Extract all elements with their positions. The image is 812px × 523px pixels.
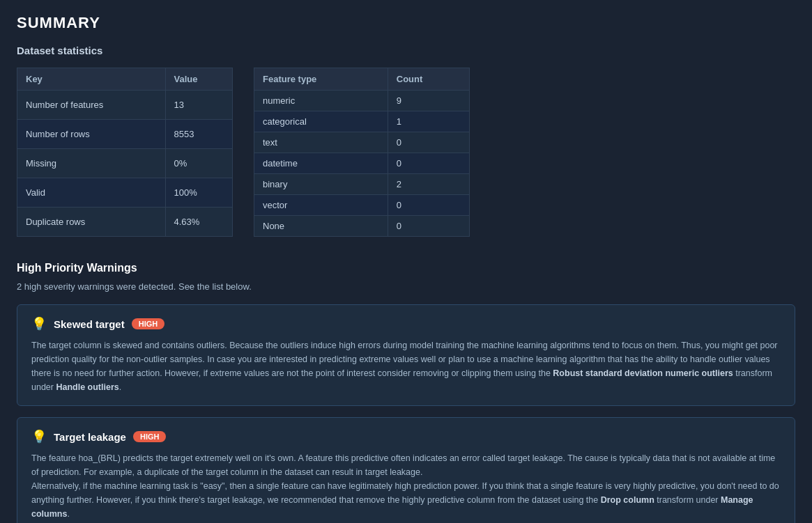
table-cell-feature-type: text xyxy=(254,132,388,153)
table-cell-key: Number of features xyxy=(17,91,166,120)
warnings-section: High Priority Warnings 2 high severity w… xyxy=(17,262,795,523)
table-row: categorical1 xyxy=(254,111,470,132)
warnings-title: High Priority Warnings xyxy=(17,262,795,274)
warning-body-skewed: The target column is skewed and contains… xyxy=(31,338,781,394)
table-row: Number of features13 xyxy=(17,91,233,120)
table-cell-key: Valid xyxy=(17,178,166,208)
feature-type-table: Feature type Count numeric9categorical1t… xyxy=(254,68,470,237)
table-cell-feature-type: vector xyxy=(254,195,388,216)
table-cell-feature-type: datetime xyxy=(254,153,388,174)
lightbulb-icon: 💡 xyxy=(31,316,47,331)
warning-text-skewed-3: . xyxy=(119,382,121,392)
warning-bold-skewed-2: Handle outliers xyxy=(56,382,118,392)
table-row: Number of rows8553 xyxy=(17,120,233,149)
badge-high-leakage: High xyxy=(133,431,167,442)
table-cell-count: 9 xyxy=(388,91,469,111)
table-cell-feature-type: binary xyxy=(254,174,388,195)
table-cell-key: Missing xyxy=(17,149,166,178)
warning-body-leakage: The feature hoa_(BRL) predicts the targe… xyxy=(31,451,781,521)
table-cell-value: 100% xyxy=(165,178,233,208)
table-cell-value: 8553 xyxy=(165,120,233,149)
table-cell-key: Duplicate rows xyxy=(17,208,166,237)
table-cell-value: 0% xyxy=(165,149,233,178)
table-row: Missing0% xyxy=(17,149,233,178)
table-spacer xyxy=(233,68,254,237)
table-cell-value: 13 xyxy=(165,91,233,120)
warning-header-skewed: 💡 Skewed target High xyxy=(31,316,781,331)
badge-high-skewed: High xyxy=(132,318,165,329)
warning-text-leakage-3: transform under xyxy=(654,495,721,505)
table-row: Valid100% xyxy=(17,178,233,208)
table-row: text0 xyxy=(254,132,470,153)
table-cell-value: 4.63% xyxy=(165,208,233,237)
col-header-value: Value xyxy=(165,68,233,91)
lightbulb-icon-2: 💡 xyxy=(31,429,47,444)
warning-card-target-leakage: 💡 Target leakage High The feature hoa_(B… xyxy=(17,417,795,523)
warning-text-leakage-4: . xyxy=(67,509,69,519)
warning-card-skewed-target: 💡 Skewed target High The target column i… xyxy=(17,304,795,406)
table-cell-key: Number of rows xyxy=(17,120,166,149)
key-value-table: Key Value Number of features13Number of … xyxy=(17,68,233,237)
table-row: vector0 xyxy=(254,195,470,216)
table-row: datetime0 xyxy=(254,153,470,174)
table-row: Duplicate rows4.63% xyxy=(17,208,233,237)
warning-title-leakage: Target leakage xyxy=(54,431,126,443)
warning-text-leakage-1: The feature hoa_(BRL) predicts the targe… xyxy=(31,453,775,477)
warning-bold-skewed-1: Robust standard deviation numeric outlie… xyxy=(553,368,733,378)
table-cell-count: 0 xyxy=(388,195,469,216)
table-row: None0 xyxy=(254,216,470,237)
table-cell-feature-type: categorical xyxy=(254,111,388,132)
table-row: binary2 xyxy=(254,174,470,195)
table-cell-count: 1 xyxy=(388,111,469,132)
table-cell-count: 2 xyxy=(388,174,469,195)
table-cell-feature-type: numeric xyxy=(254,91,388,111)
warning-bold-leakage-1: Drop column xyxy=(601,495,654,505)
col-header-count: Count xyxy=(388,68,469,91)
table-cell-count: 0 xyxy=(388,153,469,174)
table-cell-feature-type: None xyxy=(254,216,388,237)
dataset-statistics-title: Dataset statistics xyxy=(17,45,795,56)
warning-title-skewed: Skewed target xyxy=(54,318,125,330)
stats-tables-container: Key Value Number of features13Number of … xyxy=(17,68,795,237)
col-header-feature-type: Feature type xyxy=(254,68,388,91)
table-cell-count: 0 xyxy=(388,216,469,237)
table-cell-count: 0 xyxy=(388,132,469,153)
table-row: numeric9 xyxy=(254,91,470,111)
dataset-statistics-section: Dataset statistics Key Value Number of f… xyxy=(17,45,795,237)
col-header-key: Key xyxy=(17,68,166,91)
warnings-subtitle: 2 high severity warnings were detected. … xyxy=(17,281,795,292)
page-title: SUMMARY xyxy=(17,14,795,32)
warning-header-leakage: 💡 Target leakage High xyxy=(31,429,781,444)
